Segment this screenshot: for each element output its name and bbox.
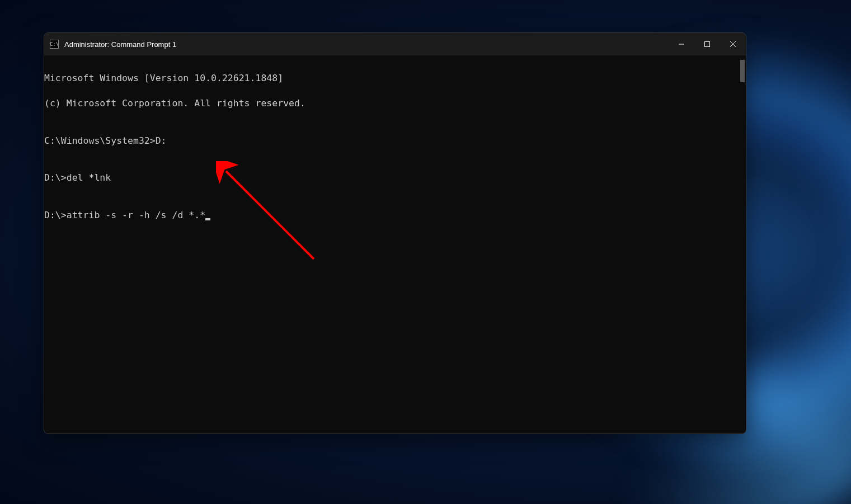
terminal-line: Microsoft Windows [Version 10.0.22621.18… [44,72,746,84]
terminal-line: D:\>del *lnk [44,172,746,184]
scrollbar-thumb[interactable] [740,60,745,82]
terminal-line: C:\Windows\System32>D: [44,135,746,147]
cursor [205,218,210,220]
maximize-icon [704,41,710,47]
titlebar[interactable]: C:\ Administrator: Command Prompt 1 [44,33,746,55]
maximize-button[interactable] [694,33,720,55]
minimize-icon [679,41,684,47]
window-title: Administrator: Command Prompt 1 [64,40,669,49]
close-button[interactable] [720,33,746,55]
window-controls [669,33,746,55]
terminal-line: D:\>attrib -s -r -h /s /d *.* [44,210,205,220]
close-icon [730,41,736,47]
command-prompt-window: C:\ Administrator: Command Prompt 1 [44,32,746,434]
terminal-line: (c) Microsoft Corporation. All rights re… [44,97,746,110]
terminal-content: Microsoft Windows [Version 10.0.22621.18… [44,60,746,234]
terminal-body[interactable]: Microsoft Windows [Version 10.0.22621.18… [44,55,746,434]
app-icon: C:\ [50,40,59,49]
minimize-button[interactable] [669,33,694,55]
svg-rect-1 [705,42,710,47]
